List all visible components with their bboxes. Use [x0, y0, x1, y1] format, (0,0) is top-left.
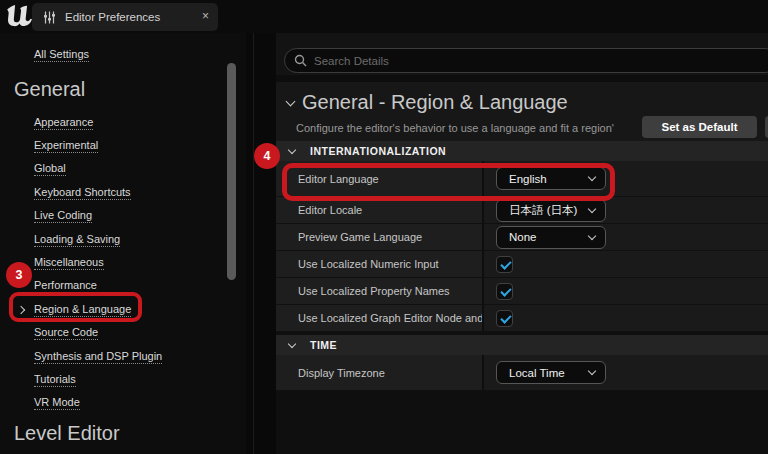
chevron-down-icon	[588, 367, 596, 375]
sidebar-item-performance[interactable]: Performance	[0, 275, 246, 298]
setting-row-editor-language: Editor LanguageEnglish	[276, 161, 768, 197]
setting-label-cell: Display Timezone	[276, 355, 484, 390]
page-header: General - Region & Language Configure th…	[276, 82, 768, 141]
sidebar-item-label: Keyboard Shortcuts	[34, 186, 131, 200]
sidebar-item-region-language[interactable]: Region & Language	[0, 298, 246, 321]
chevron-down-icon	[588, 204, 596, 212]
setting-value-cell: None	[484, 224, 768, 250]
setting-label-cell: Editor Locale	[276, 197, 484, 223]
tab-editor-preferences[interactable]: Editor Preferences ×	[32, 3, 218, 31]
setting-label: Editor Locale	[298, 204, 362, 216]
dropdown-selected-value: English	[509, 173, 547, 185]
sidebar-item-label: Synthesis and DSP Plugin	[34, 350, 162, 364]
tab-title: Editor Preferences	[65, 11, 160, 23]
editor-preferences-window: Editor Preferences × All Settings Genera…	[0, 0, 768, 454]
sidebar-item-appearance[interactable]: Appearance	[0, 111, 246, 134]
setting-row-use-localized-numeric-input: Use Localized Numeric Input	[276, 251, 768, 278]
editor-locale-dropdown[interactable]: 日本語 (日本)	[496, 199, 606, 222]
editor-language-dropdown[interactable]: English	[496, 167, 606, 190]
page-description: Configure the editor's behavior to use a…	[296, 122, 614, 134]
setting-row-use-localized-property-names: Use Localized Property Names	[276, 278, 768, 305]
use-localized-graph-editor-node-and-pin-n-checkbox[interactable]	[496, 310, 513, 327]
setting-label-cell: Use Localized Graph Editor Node and Pin …	[276, 305, 484, 331]
sidebar-item-label: Live Coding	[34, 209, 92, 223]
setting-value-cell: Local Time	[484, 355, 768, 390]
setting-value-cell: English	[484, 161, 768, 196]
sidebar-category-level-editor: Level Editor	[14, 420, 246, 446]
setting-value-cell: 日本語 (日本)	[484, 197, 768, 223]
sidebar-item-list: AppearanceExperimentalGlobalKeyboard Sho…	[0, 111, 246, 415]
sidebar-item-synthesis-and-dsp-plugin[interactable]: Synthesis and DSP Plugin	[0, 345, 246, 368]
sidebar-item-loading-saving[interactable]: Loading & Saving	[0, 228, 246, 251]
settings-detail-panel: General - Region & Language Configure th…	[276, 33, 768, 454]
search-details-box[interactable]	[284, 48, 768, 73]
annotation-step-4-badge: 4	[254, 143, 280, 169]
setting-label: Use Localized Numeric Input	[298, 258, 439, 270]
sidebar-item-miscellaneous[interactable]: Miscellaneous	[0, 251, 246, 274]
sidebar-item-all-settings[interactable]: All Settings	[34, 48, 89, 62]
dropdown-selected-value: Local Time	[509, 367, 565, 379]
section-chevron-icon	[288, 339, 296, 347]
sidebar-item-label: Tutorials	[34, 373, 76, 387]
chevron-down-icon	[588, 231, 596, 239]
sidebar-item-tutorials[interactable]: Tutorials	[0, 368, 246, 391]
sidebar-item-label: Appearance	[34, 116, 93, 130]
annotation-step-3-badge: 3	[6, 262, 32, 288]
sidebar-item-label: Miscellaneous	[34, 256, 104, 270]
sidebar-scrollbar[interactable]	[227, 63, 236, 280]
sidebar-item-experimental[interactable]: Experimental	[0, 134, 246, 157]
search-input[interactable]	[314, 55, 768, 67]
setting-row-display-timezone: Display TimezoneLocal Time	[276, 355, 768, 391]
sidebar-item-global[interactable]: Global	[0, 158, 246, 181]
close-icon[interactable]: ×	[202, 9, 209, 23]
sidebar-item-keyboard-shortcuts[interactable]: Keyboard Shortcuts	[0, 181, 246, 204]
sidebar-item-label: Region & Language	[34, 303, 131, 317]
search-row	[276, 33, 768, 75]
section-title: INTERNATIONALIZATION	[310, 145, 446, 157]
set-as-default-button[interactable]: Set as Default	[642, 116, 757, 138]
chevron-down-icon	[588, 173, 596, 181]
sidebar-item-source-code[interactable]: Source Code	[0, 322, 246, 345]
setting-value-cell	[484, 278, 768, 304]
sidebar-item-label: Loading & Saving	[34, 233, 120, 247]
sidebar-item-label: VR Mode	[34, 396, 80, 410]
setting-label-cell: Editor Language	[276, 161, 484, 196]
dropdown-selected-value: 日本語 (日本)	[509, 203, 577, 218]
sliders-icon	[43, 11, 56, 24]
expand-chevron-icon	[17, 306, 25, 314]
divider-strip	[276, 75, 768, 82]
sidebar-item-label: Source Code	[34, 326, 98, 340]
setting-value-cell	[484, 305, 768, 331]
setting-value-cell	[484, 251, 768, 277]
setting-label-cell: Use Localized Numeric Input	[276, 251, 484, 277]
section-time: TIMEDisplay TimezoneLocal Time	[276, 335, 768, 391]
dropdown-selected-value: None	[509, 231, 537, 243]
setting-label: Display Timezone	[298, 367, 385, 379]
section-header-time[interactable]: TIME	[276, 335, 768, 355]
settings-sidebar: All Settings General AppearanceExperimen…	[0, 33, 246, 454]
display-timezone-dropdown[interactable]: Local Time	[496, 361, 606, 384]
preview-game-language-dropdown[interactable]: None	[496, 226, 606, 249]
sidebar-item-label: Performance	[34, 279, 97, 293]
setting-row-use-localized-graph-editor-node-and-pin-n: Use Localized Graph Editor Node and Pin …	[276, 305, 768, 332]
setting-label: Use Localized Graph Editor Node and Pin …	[298, 312, 484, 324]
use-localized-numeric-input-checkbox[interactable]	[496, 256, 513, 273]
setting-row-editor-locale: Editor Locale日本語 (日本)	[276, 197, 768, 224]
page-title: General - Region & Language	[302, 91, 568, 114]
sidebar-item-vr-mode[interactable]: VR Mode	[0, 392, 246, 415]
section-title: TIME	[310, 339, 337, 351]
section-internationalization: INTERNATIONALIZATIONEditor LanguageEngli…	[276, 141, 768, 332]
section-header-internationalization[interactable]: INTERNATIONALIZATION	[276, 141, 768, 161]
use-localized-property-names-checkbox[interactable]	[496, 283, 513, 300]
panel-splitter[interactable]	[246, 33, 276, 454]
setting-label: Preview Game Language	[298, 231, 422, 243]
sidebar-item-label: Global	[34, 162, 66, 176]
setting-label: Use Localized Property Names	[298, 285, 450, 297]
window-top-bar: Editor Preferences ×	[0, 0, 768, 33]
collapse-chevron-icon[interactable]	[286, 96, 296, 106]
sidebar-item-label: Experimental	[34, 139, 98, 153]
sidebar-category-general: General	[14, 76, 246, 102]
sidebar-item-live-coding[interactable]: Live Coding	[0, 205, 246, 228]
search-icon	[294, 54, 307, 67]
setting-label-cell: Preview Game Language	[276, 224, 484, 250]
